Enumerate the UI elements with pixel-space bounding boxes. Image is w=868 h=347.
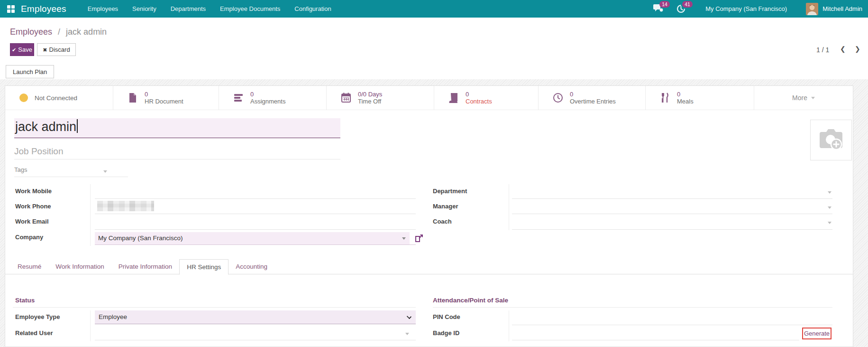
- user-avatar[interactable]: [806, 3, 818, 15]
- connection-status-dot-icon: [19, 94, 28, 102]
- list-rows-icon: [233, 93, 244, 103]
- messages-icon[interactable]: 14: [653, 4, 664, 14]
- save-button[interactable]: ✔Save: [10, 43, 34, 56]
- check-icon: ✔: [12, 47, 16, 53]
- department-label: Department: [433, 188, 467, 195]
- work-phone-input[interactable]: [95, 214, 416, 214]
- menu-item-employees[interactable]: Employees: [81, 0, 125, 18]
- x-icon: ✖: [43, 47, 47, 53]
- job-position-input[interactable]: Job Position: [14, 146, 340, 159]
- company-switcher[interactable]: My Company (San Francisco): [705, 5, 787, 12]
- stat-button-assignments[interactable]: 0 Assignments: [219, 86, 327, 110]
- group-divider: [509, 184, 509, 230]
- company-field[interactable]: My Company (San Francisco): [95, 232, 410, 244]
- company-field-underline: [95, 244, 416, 245]
- badge-id-label: Badge ID: [433, 329, 459, 337]
- stat-button-bar: Not Connected 0 HR Document 0 Assignment…: [5, 86, 853, 110]
- badge-id-input[interactable]: [512, 340, 799, 340]
- status-section-heading: Status: [15, 297, 35, 304]
- calendar-icon: [341, 93, 351, 103]
- breadcrumb: Employees / jack admin: [10, 27, 107, 37]
- coach-label: Coach: [433, 218, 452, 225]
- camera-plus-icon: [817, 128, 845, 152]
- attendance-heading-rule: [433, 307, 832, 308]
- tab-accounting[interactable]: Accounting: [228, 259, 274, 275]
- employee-type-label: Employee Type: [15, 313, 60, 320]
- stat-button-meals[interactable]: 0 Meals: [646, 86, 754, 110]
- book-icon: [448, 93, 459, 103]
- manager-input[interactable]: [512, 214, 832, 214]
- odoo-employee-form-window: Employees Employees Seniority Department…: [0, 0, 868, 347]
- status-heading-rule: [13, 307, 416, 308]
- work-mobile-input[interactable]: [95, 198, 416, 199]
- tab-private-information[interactable]: Private Information: [111, 259, 179, 275]
- company-external-link-icon[interactable]: [415, 234, 423, 244]
- tab-hr-settings[interactable]: HR Settings: [179, 259, 228, 275]
- cutlery-icon: [660, 93, 670, 103]
- employee-type-select[interactable]: Employee: [95, 310, 416, 324]
- employee-photo-upload[interactable]: [810, 120, 852, 160]
- related-user-dropdown-caret-icon[interactable]: [405, 333, 409, 335]
- tags-input[interactable]: Tags: [14, 166, 128, 177]
- breadcrumb-current-record: jack admin: [66, 27, 107, 37]
- overtime-clock-icon: [553, 93, 563, 103]
- apps-menu-icon[interactable]: [7, 5, 15, 13]
- group-divider: [509, 310, 509, 341]
- text-cursor: [77, 119, 78, 133]
- pin-code-input[interactable]: [512, 325, 832, 325]
- top-navbar: Employees Employees Seniority Department…: [0, 0, 868, 18]
- stat-button-time-off[interactable]: 0/0 Days Time Off: [327, 86, 434, 110]
- user-menu[interactable]: Mitchell Admin: [822, 5, 862, 12]
- work-email-label: Work Email: [15, 218, 49, 225]
- work-phone-label: Work Phone: [15, 203, 51, 210]
- pin-code-label: PIN Code: [433, 313, 460, 320]
- tags-dropdown-caret-icon[interactable]: [103, 170, 107, 173]
- breadcrumb-employees-link[interactable]: Employees: [10, 27, 52, 37]
- coach-input[interactable]: [512, 229, 832, 230]
- work-mobile-label: Work Mobile: [15, 188, 52, 195]
- connection-status-button[interactable]: Not Connected: [5, 86, 113, 110]
- manager-label: Manager: [433, 203, 458, 210]
- department-dropdown-caret-icon[interactable]: [828, 191, 831, 194]
- coach-dropdown-caret-icon[interactable]: [828, 222, 831, 224]
- department-input[interactable]: [512, 198, 832, 199]
- attendance-section-heading: Attendance/Point of Sale: [433, 297, 508, 304]
- app-menu: Employees Seniority Departments Employee…: [81, 0, 338, 18]
- activities-badge: 41: [682, 1, 693, 8]
- pager-previous-icon[interactable]: ❮: [840, 45, 846, 53]
- tab-resume[interactable]: Resumé: [10, 259, 48, 275]
- menu-item-seniority[interactable]: Seniority: [125, 0, 164, 18]
- work-email-input[interactable]: [95, 229, 416, 230]
- discard-button[interactable]: ✖Discard: [37, 43, 76, 56]
- connection-status-label: Not Connected: [35, 94, 77, 102]
- select-chevron-icon: [407, 314, 411, 319]
- related-user-input[interactable]: [95, 340, 416, 340]
- pager-next-icon[interactable]: ❯: [855, 45, 860, 53]
- activities-icon[interactable]: 41: [676, 4, 686, 14]
- manager-dropdown-caret-icon[interactable]: [828, 206, 831, 209]
- group-divider: [90, 310, 91, 341]
- tab-work-information[interactable]: Work Information: [48, 259, 111, 275]
- launch-plan-button[interactable]: Launch Plan: [6, 65, 54, 78]
- related-user-label: Related User: [15, 329, 53, 337]
- menu-item-departments[interactable]: Departments: [164, 0, 213, 18]
- caret-down-icon: [811, 97, 815, 99]
- generate-badge-button[interactable]: Generate: [802, 328, 831, 339]
- menu-item-configuration[interactable]: Configuration: [287, 0, 338, 18]
- menu-item-employee-documents[interactable]: Employee Documents: [213, 0, 287, 18]
- stat-button-hr-document[interactable]: 0 HR Document: [113, 86, 219, 110]
- stat-button-contracts[interactable]: 0 Contracts: [434, 86, 539, 110]
- notebook-tabs: Resumé Work Information Private Informat…: [10, 259, 274, 275]
- avatar-photo: [806, 3, 818, 15]
- stat-more-dropdown[interactable]: More: [754, 86, 853, 110]
- navbar-systray: 14 41 My Company (San Francisco) Mitchel…: [653, 0, 868, 18]
- messages-badge: 14: [659, 1, 670, 8]
- app-title[interactable]: Employees: [21, 4, 66, 14]
- company-dropdown-caret-icon[interactable]: [402, 237, 406, 240]
- employee-name-input[interactable]: jack admin: [14, 118, 340, 138]
- document-icon: [128, 93, 138, 103]
- record-pager-count: 1 / 1: [816, 46, 829, 54]
- breadcrumb-separator: /: [58, 27, 60, 37]
- work-phone-redacted-value[interactable]: [97, 201, 154, 211]
- stat-button-overtime-entries[interactable]: 0 Overtime Entries: [539, 86, 646, 110]
